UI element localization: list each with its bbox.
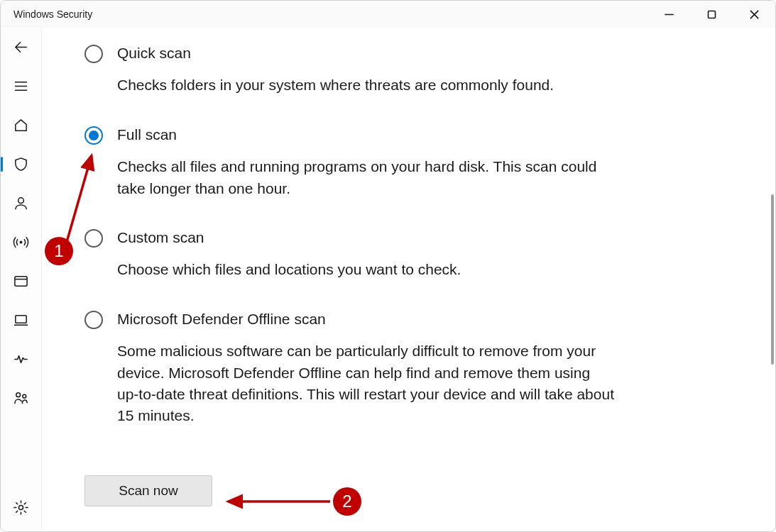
option-offline-scan: Microsoft Defender Offline scan Some mal… bbox=[84, 309, 704, 427]
svg-point-7 bbox=[18, 198, 24, 204]
sidebar-item-performance[interactable] bbox=[1, 340, 41, 379]
option-custom-scan: Custom scan Choose which files and locat… bbox=[84, 228, 704, 281]
sidebar-item-virus[interactable] bbox=[1, 145, 41, 184]
family-icon bbox=[13, 390, 29, 406]
svg-rect-11 bbox=[16, 316, 26, 323]
sidebar bbox=[1, 28, 42, 531]
window-controls bbox=[647, 1, 775, 28]
svg-point-8 bbox=[20, 241, 23, 244]
option-description: Some malicious software can be particula… bbox=[117, 340, 614, 427]
scan-now-button[interactable]: Scan now bbox=[84, 475, 212, 506]
radio-quick-scan[interactable] bbox=[84, 45, 103, 63]
home-icon bbox=[13, 117, 29, 133]
hamburger-icon bbox=[13, 78, 29, 94]
option-description: Checks all files and running programs on… bbox=[117, 156, 614, 199]
sidebar-item-app-browser[interactable] bbox=[1, 262, 41, 301]
close-icon bbox=[749, 9, 760, 20]
option-description: Choose which files and locations you wan… bbox=[117, 259, 614, 280]
close-button[interactable] bbox=[733, 1, 775, 28]
back-button[interactable] bbox=[1, 28, 41, 67]
svg-rect-9 bbox=[15, 277, 27, 286]
sidebar-item-family[interactable] bbox=[1, 379, 41, 418]
option-description: Checks folders in your system where thre… bbox=[117, 74, 614, 96]
person-icon bbox=[13, 195, 29, 211]
shield-icon bbox=[13, 156, 29, 172]
svg-point-13 bbox=[16, 393, 21, 397]
radio-full-scan[interactable] bbox=[84, 126, 103, 145]
option-quick-scan: Quick scan Checks folders in your system… bbox=[84, 43, 704, 96]
sidebar-top bbox=[1, 28, 41, 418]
titlebar: Windows Security bbox=[1, 1, 775, 28]
scrollbar-indicator[interactable] bbox=[771, 194, 774, 365]
nav-menu-button[interactable] bbox=[1, 67, 41, 106]
heart-rate-icon bbox=[13, 351, 29, 367]
maximize-button[interactable] bbox=[690, 1, 733, 28]
window-icon bbox=[13, 273, 29, 289]
svg-point-14 bbox=[23, 394, 26, 398]
back-arrow-icon bbox=[13, 39, 29, 55]
sidebar-item-account[interactable] bbox=[1, 184, 41, 223]
svg-point-15 bbox=[18, 505, 23, 509]
sidebar-item-settings[interactable] bbox=[1, 488, 41, 527]
main-layout: Quick scan Checks folders in your system… bbox=[1, 28, 775, 531]
option-title: Custom scan bbox=[117, 228, 704, 248]
minimize-icon bbox=[664, 9, 674, 20]
option-title: Full scan bbox=[117, 125, 704, 145]
option-full-scan: Full scan Checks all files and running p… bbox=[84, 125, 704, 199]
laptop-icon bbox=[13, 312, 29, 328]
option-title: Microsoft Defender Offline scan bbox=[117, 309, 704, 329]
option-title: Quick scan bbox=[117, 43, 704, 63]
sidebar-item-firewall[interactable] bbox=[1, 223, 41, 262]
radio-custom-scan[interactable] bbox=[84, 229, 103, 248]
maximize-icon bbox=[706, 9, 717, 20]
window-title: Windows Security bbox=[1, 9, 647, 20]
antenna-icon bbox=[13, 234, 29, 250]
content-area: Quick scan Checks folders in your system… bbox=[42, 28, 775, 531]
gear-icon bbox=[13, 499, 29, 516]
sidebar-item-home[interactable] bbox=[1, 106, 41, 145]
sidebar-item-device[interactable] bbox=[1, 301, 41, 340]
minimize-button[interactable] bbox=[647, 1, 690, 28]
svg-rect-1 bbox=[708, 11, 715, 18]
radio-offline-scan[interactable] bbox=[84, 311, 103, 329]
